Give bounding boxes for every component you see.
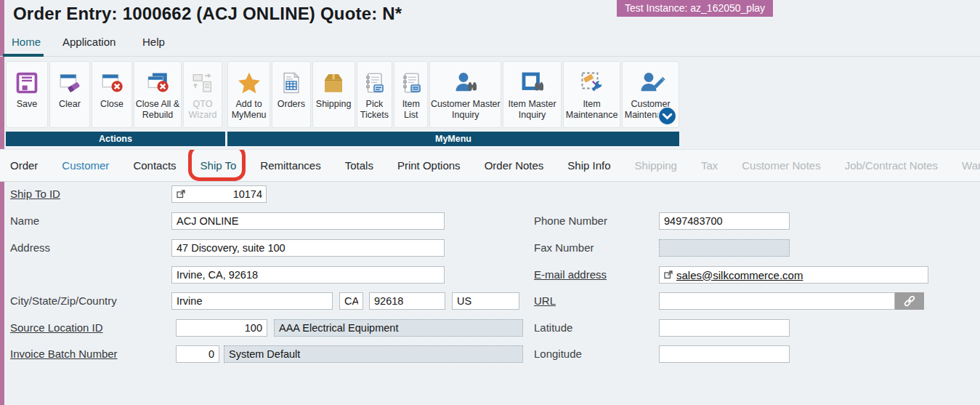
toolbar-group-mymenu: Add to MyMenu Orders Shipping	[227, 61, 679, 146]
latitude-label: Latitude	[534, 321, 572, 334]
orders-document-icon	[279, 67, 304, 99]
button-label: Orders	[278, 99, 305, 110]
save-button[interactable]: Save	[6, 61, 48, 128]
tab-tax: Tax	[701, 150, 718, 182]
fax-number-field	[659, 239, 790, 257]
menu-help[interactable]: Help	[142, 36, 165, 48]
tab-contacts[interactable]: Contacts	[133, 150, 176, 182]
ship-to-id-label[interactable]: Ship To ID	[10, 188, 60, 200]
toolbar: Save Clear Close	[6, 61, 679, 146]
button-label: Clear	[59, 99, 81, 110]
item-master-inquiry-button[interactable]: Item Master Inquiry	[503, 61, 562, 128]
button-label: Customer Master Inquiry	[430, 99, 501, 121]
pick-tickets-button[interactable]: Pick Tickets	[357, 61, 392, 128]
zip-input[interactable]	[369, 292, 445, 310]
toolbar-overflow-button[interactable]	[657, 106, 677, 126]
button-label: Shipping	[316, 99, 352, 110]
url-link-button[interactable]	[895, 292, 924, 310]
fax-number-label: Fax Number	[534, 241, 594, 254]
qto-wizard-icon	[190, 67, 216, 99]
url-label[interactable]: URL	[534, 294, 556, 307]
test-instance-badge: Test Instance: az_162050_play	[617, 0, 773, 17]
tabbar: Order Customer Contacts Ship To Remittan…	[0, 149, 980, 182]
ship-to-form: Ship To ID Name Address City/State/Zip/C…	[0, 183, 980, 405]
longitude-label: Longitude	[534, 348, 582, 360]
menubar: Home Application Help	[0, 33, 980, 57]
item-maintenance-button[interactable]: Item Maintenance	[563, 61, 620, 128]
page-title: Order Entry: 1000662 (ACJ ONLINE) Quote:…	[13, 4, 402, 24]
qto-wizard-button: QTO Wizard	[183, 61, 222, 128]
tab-warehouse: Warehouse	[962, 150, 980, 182]
item-maintenance-icon	[578, 67, 607, 99]
close-icon	[99, 67, 125, 99]
item-list-button[interactable]: Item List	[394, 61, 428, 128]
close-all-icon	[145, 67, 171, 99]
source-location-description	[274, 319, 523, 337]
source-location-id-label[interactable]: Source Location ID	[10, 321, 103, 334]
star-icon	[235, 67, 263, 99]
tab-remittances[interactable]: Remittances	[260, 150, 320, 182]
city-state-zip-country-label: City/State/Zip/Country	[10, 294, 117, 307]
active-menu-underline	[3, 54, 44, 57]
address-label: Address	[10, 241, 50, 254]
link-icon	[902, 294, 917, 308]
city-input[interactable]	[171, 292, 333, 310]
orders-button[interactable]: Orders	[272, 61, 310, 128]
tab-order[interactable]: Order	[10, 150, 38, 182]
close-button[interactable]: Close	[92, 61, 132, 128]
mymenu-bar: MyMenu	[227, 132, 679, 146]
button-label: QTO Wizard	[184, 99, 222, 121]
tab-shipping: Shipping	[635, 150, 677, 182]
item-list-icon	[399, 67, 424, 99]
url-input[interactable]	[659, 292, 895, 310]
ship-to-id-input[interactable]	[189, 188, 262, 200]
shipping-box-icon	[320, 67, 347, 99]
name-input[interactable]	[171, 212, 445, 230]
add-to-mymenu-button[interactable]: Add to MyMenu	[227, 61, 270, 128]
tab-order-notes[interactable]: Order Notes	[485, 150, 544, 182]
button-label: Save	[17, 99, 38, 110]
order-entry-window: Order Entry: 1000662 (ACJ ONLINE) Quote:…	[0, 0, 980, 405]
launch-icon	[176, 189, 186, 199]
country-input[interactable]	[452, 292, 519, 310]
button-label: Pick Tickets	[357, 99, 392, 121]
name-label: Name	[10, 214, 39, 227]
email-link[interactable]: sales@silkcommerce.com	[676, 269, 803, 281]
save-icon	[15, 67, 39, 99]
menu-application[interactable]: Application	[62, 36, 116, 48]
tab-ship-to[interactable]: Ship To	[201, 150, 237, 182]
phone-number-input[interactable]	[659, 212, 790, 230]
button-label: Close	[100, 99, 123, 110]
tab-label: Ship To	[201, 159, 237, 172]
tab-print-options[interactable]: Print Options	[397, 150, 461, 182]
button-label: Add to MyMenu	[228, 99, 270, 121]
state-input[interactable]	[339, 292, 363, 310]
chevron-down-icon	[657, 106, 677, 126]
phone-number-label: Phone Number	[534, 214, 607, 227]
button-label: Item Master Inquiry	[503, 99, 561, 121]
clear-icon	[57, 67, 83, 99]
pick-tickets-icon	[362, 67, 386, 99]
latitude-input[interactable]	[659, 319, 790, 337]
invoice-batch-number-input[interactable]	[176, 345, 219, 363]
tab-totals[interactable]: Totals	[345, 150, 373, 182]
source-location-id-input[interactable]	[176, 319, 267, 337]
address-line2-input[interactable]	[171, 266, 445, 284]
invoice-batch-number-label[interactable]: Invoice Batch Number	[10, 348, 118, 360]
address-line1-input[interactable]	[171, 239, 445, 257]
close-all-rebuild-button[interactable]: Close All & Rebuild	[134, 61, 182, 128]
button-label: Item Maintenance	[564, 99, 620, 121]
tab-ship-info[interactable]: Ship Info	[567, 150, 610, 182]
customer-master-inquiry-button[interactable]: Customer Master Inquiry	[429, 61, 501, 128]
actions-bar: Actions	[6, 132, 225, 146]
ship-to-id-field[interactable]	[171, 185, 267, 203]
shipping-button[interactable]: Shipping	[312, 61, 355, 128]
email-address-field[interactable]: sales@silkcommerce.com	[659, 266, 928, 284]
button-label: Close All & Rebuild	[134, 99, 181, 121]
tab-customer[interactable]: Customer	[62, 150, 109, 182]
menu-home[interactable]: Home	[12, 36, 41, 48]
email-address-label[interactable]: E-mail address	[534, 268, 607, 281]
clear-button[interactable]: Clear	[49, 61, 90, 128]
longitude-input[interactable]	[659, 345, 790, 363]
tab-job-contract-notes: Job/Contract Notes	[845, 150, 938, 182]
